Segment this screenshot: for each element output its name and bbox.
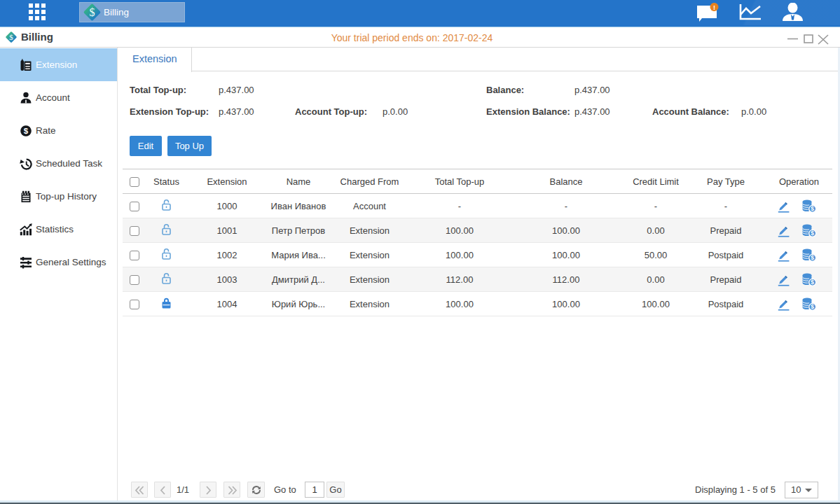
- svg-text:$: $: [811, 303, 814, 310]
- svg-text:$: $: [811, 205, 814, 212]
- svg-text:$: $: [90, 6, 95, 18]
- svg-text:$: $: [811, 230, 814, 237]
- svg-text:!: !: [713, 4, 715, 11]
- svg-text:$: $: [811, 279, 814, 286]
- svg-text:$: $: [24, 127, 29, 135]
- svg-text:$: $: [811, 254, 814, 261]
